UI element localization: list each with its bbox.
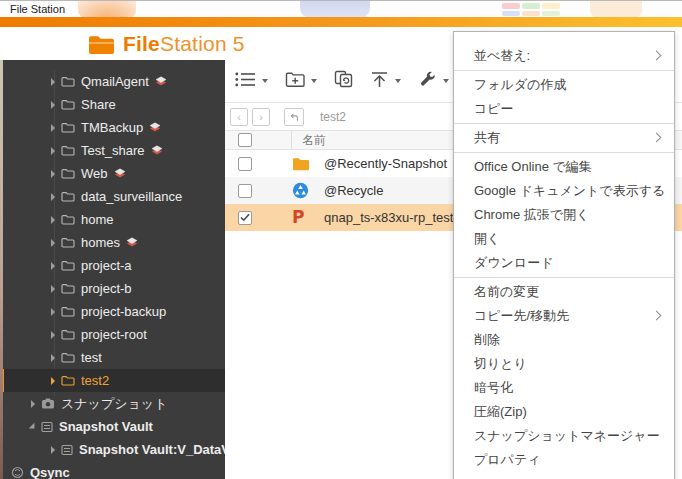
desktop-blur-orange — [78, 1, 136, 17]
menu-item--[interactable]: 共有 — [454, 126, 674, 150]
accent-gradient-bar — [0, 17, 682, 27]
expand-arrow-icon[interactable] — [51, 331, 55, 339]
sidebar-item--[interactable]: スナップショット — [3, 392, 225, 415]
sidebar-item-label: TMBackup — [81, 120, 143, 135]
sidebar-item-homes[interactable]: homes — [3, 231, 225, 254]
forward-button[interactable]: › — [252, 108, 270, 126]
folder-icon — [292, 157, 324, 171]
desktop-blur-nas-icon — [300, 1, 370, 17]
sidebar-item-qmailagent[interactable]: QmailAgent — [3, 70, 225, 93]
row-checkbox-checked[interactable] — [238, 211, 252, 225]
expand-arrow-icon[interactable] — [51, 308, 55, 316]
toolbar-view-mode-button[interactable] — [235, 71, 268, 92]
sidebar-item-label: data_surveillance — [81, 189, 182, 204]
folder-icon — [61, 168, 75, 179]
dropdown-caret-icon — [395, 79, 401, 83]
sidebar-item-home[interactable]: home — [3, 208, 225, 231]
sidebar-item-project-b[interactable]: project-b — [3, 277, 225, 300]
menu-item-office-online-[interactable]: Office Online で編集 — [454, 155, 674, 179]
submenu-arrow-icon — [652, 311, 662, 321]
menu-separator — [454, 123, 674, 124]
menu-separator — [454, 277, 674, 278]
sidebar-item-share[interactable]: Share — [3, 93, 225, 116]
folder-icon — [61, 214, 75, 225]
expand-arrow-icon[interactable] — [51, 101, 55, 109]
sidebar-item-data-surveillance[interactable]: data_surveillance — [3, 185, 225, 208]
menu-item--[interactable]: 並べ替え: — [454, 44, 674, 68]
sidebar-item-label: homes — [81, 235, 120, 250]
expand-arrow-icon[interactable] — [51, 285, 55, 293]
app-title-bold: File — [123, 32, 160, 55]
row-checkbox[interactable] — [238, 184, 252, 198]
qsync-icon — [11, 466, 24, 479]
column-header-name[interactable]: 名前 — [292, 132, 326, 149]
expand-arrow-icon[interactable] — [51, 147, 55, 155]
menu-item-google-[interactable]: Google ドキュメントで表示する — [454, 179, 674, 203]
menu-item--[interactable]: スナップショットマネージャー — [454, 424, 674, 448]
menu-separator — [454, 70, 674, 71]
upload-icon — [370, 71, 389, 92]
powerpoint-file-icon: P — [292, 209, 324, 226]
sidebar-item-project-a[interactable]: project-a — [3, 254, 225, 277]
expand-arrow-icon[interactable] — [51, 262, 55, 270]
menu-item--[interactable]: プロパティ — [454, 448, 674, 472]
select-all-checkbox[interactable] — [238, 133, 252, 147]
go-up-button[interactable] — [284, 108, 304, 126]
expand-arrow-icon[interactable] — [51, 216, 55, 224]
toolbar-upload-button[interactable] — [370, 71, 401, 92]
snapshot-badge-icon — [126, 237, 138, 248]
window-edge-strip — [0, 60, 3, 479]
sidebar-item-test2[interactable]: test2 — [3, 369, 225, 392]
tools-icon — [418, 70, 437, 92]
sidebar-item-qsync[interactable]: Qsync — [3, 461, 225, 479]
sidebar-item-project-backup[interactable]: project-backup — [3, 300, 225, 323]
collapse-arrow-icon[interactable] — [29, 422, 37, 430]
menu-item--zip-[interactable]: 圧縮(Zip) — [454, 400, 674, 424]
sidebar-item-snapshot-vault[interactable]: Snapshot Vault — [3, 415, 225, 438]
folder-icon — [61, 237, 75, 248]
sidebar-item-test-share[interactable]: Test_share — [3, 139, 225, 162]
sidebar-item-snapshot-vault-v-datavol1[interactable]: Snapshot Vault:V_DataVol1 — [3, 438, 225, 461]
back-button[interactable]: ‹ — [230, 108, 248, 126]
app-title: FileStation 5 — [123, 32, 245, 56]
sidebar-item-label: Snapshot Vault — [59, 419, 153, 434]
menu-item--[interactable]: ダウンロード — [454, 251, 674, 275]
folder-icon — [61, 375, 75, 386]
sidebar-item-web[interactable]: Web — [3, 162, 225, 185]
expand-arrow-icon[interactable] — [51, 170, 55, 178]
folder-icon — [61, 122, 75, 133]
expand-arrow-icon[interactable] — [31, 400, 35, 408]
row-checkbox[interactable] — [238, 157, 252, 171]
expand-arrow-icon[interactable] — [51, 446, 55, 454]
menu-item--[interactable]: 切りとり — [454, 352, 674, 376]
expand-arrow-icon[interactable] — [51, 377, 55, 385]
sidebar-item-label: project-backup — [81, 304, 166, 319]
expand-arrow-icon[interactable] — [51, 78, 55, 86]
expand-arrow-icon[interactable] — [51, 193, 55, 201]
menu-item--[interactable]: 開く — [454, 227, 674, 251]
menu-item--[interactable]: 暗号化 — [454, 376, 674, 400]
recycle-icon — [292, 182, 324, 199]
sidebar-item-label: project-a — [81, 258, 132, 273]
menu-item--[interactable]: コピー先/移動先 — [454, 304, 674, 328]
folder-icon — [61, 352, 75, 363]
sidebar-item-label: home — [81, 212, 114, 227]
dropdown-caret-icon — [443, 79, 449, 83]
sidebar-item-project-root[interactable]: project-root — [3, 323, 225, 346]
menu-item-chrome-[interactable]: Chrome 拡張で開く — [454, 203, 674, 227]
menu-item--[interactable]: 名前の変更 — [454, 280, 674, 304]
toolbar-create-folder-button[interactable] — [285, 71, 317, 92]
dropdown-caret-icon — [311, 79, 317, 83]
expand-arrow-icon[interactable] — [51, 354, 55, 362]
menu-item--[interactable]: 削除 — [454, 328, 674, 352]
menu-separator — [454, 152, 674, 153]
menu-item--[interactable]: コピー — [454, 97, 674, 121]
sidebar-item-tmbackup[interactable]: TMBackup — [3, 116, 225, 139]
sidebar-item-test[interactable]: test — [3, 346, 225, 369]
toolbar-copy-paste-button[interactable] — [334, 70, 353, 92]
menu-item--[interactable]: フォルダの作成 — [454, 73, 674, 97]
expand-arrow-icon[interactable] — [51, 239, 55, 247]
sidebar-item-label: test — [81, 350, 102, 365]
toolbar-tools-button[interactable] — [418, 70, 449, 92]
expand-arrow-icon[interactable] — [51, 124, 55, 132]
